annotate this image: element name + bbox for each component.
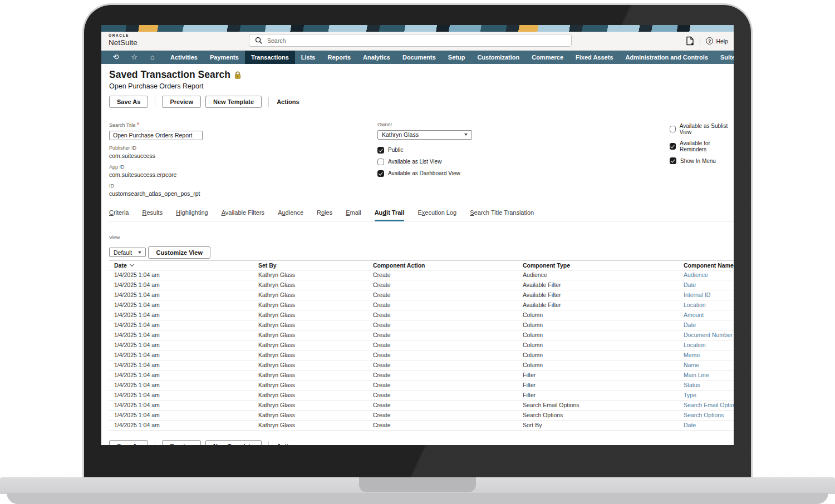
- cell-name[interactable]: Location: [679, 302, 734, 308]
- nav-item-commerce[interactable]: Commerce: [525, 51, 569, 64]
- cell-name[interactable]: Name: [679, 362, 734, 368]
- brand-oracle: ORACLE: [109, 34, 137, 38]
- tab-audience[interactable]: Audience: [278, 209, 303, 221]
- cell-name[interactable]: Date: [679, 281, 734, 288]
- cell-name[interactable]: Location: [679, 342, 734, 348]
- save-as-button[interactable]: Save As: [109, 440, 148, 446]
- nav-item-transactions[interactable]: Transactions: [245, 51, 295, 64]
- checkbox-row-available-as-sublist-view: Available as Sublist View: [670, 123, 734, 135]
- checkbox-show-in-menu[interactable]: [670, 157, 676, 164]
- tab-execution-log[interactable]: Execution Log: [418, 209, 456, 221]
- cell-name[interactable]: Search Email Options: [679, 402, 734, 408]
- tab-search-title-translation[interactable]: Search Title Translation: [470, 209, 534, 221]
- cell-set-by: Kathryn Glass: [253, 382, 368, 388]
- cell-date: 1/4/2025 1:04 am: [109, 281, 253, 288]
- cell-set-by: Kathryn Glass: [253, 412, 368, 418]
- netsuite-screen: ORACLE NetSuite ? Help: [101, 25, 734, 445]
- nav-item-analytics[interactable]: Analytics: [357, 51, 396, 64]
- nav-item-reports[interactable]: Reports: [321, 51, 357, 64]
- view-select[interactable]: Default: [109, 248, 146, 257]
- checkbox-available-as-dashboard-view[interactable]: [377, 170, 384, 177]
- column-header-component-name: Component Name: [679, 262, 734, 269]
- cell-name[interactable]: Main Line: [679, 372, 734, 378]
- right-checkbox-group: Available as Sublist ViewAvailable for R…: [670, 123, 734, 164]
- cell-action: Create: [368, 392, 518, 398]
- cell-name[interactable]: Amount: [679, 312, 734, 318]
- cell-name[interactable]: Internal ID: [679, 291, 734, 298]
- actions-divider: [268, 441, 269, 445]
- cell-name[interactable]: Type: [679, 392, 734, 398]
- checkbox-public[interactable]: [377, 147, 384, 154]
- home-icon[interactable]: ⌂: [146, 51, 159, 64]
- checkbox-available-as-sublist-view[interactable]: [670, 126, 676, 132]
- table-row: 1/4/2025 1:04 amKathryn GlassCreateAudie…: [109, 270, 734, 280]
- checkbox-label-available-as-dashboard-view: Available as Dashboard View: [388, 170, 460, 176]
- nav-item-activities[interactable]: Activities: [164, 51, 204, 64]
- nav-item-administration-and-controls[interactable]: Administration and Controls: [620, 51, 715, 64]
- global-search[interactable]: [249, 34, 572, 47]
- cell-name[interactable]: Status: [679, 382, 734, 388]
- cell-set-by: Kathryn Glass: [253, 422, 368, 428]
- tab-criteria[interactable]: Criteria: [109, 209, 129, 221]
- cell-action: Create: [368, 402, 518, 408]
- nav-item-payments[interactable]: Payments: [204, 51, 245, 64]
- cell-set-by: Kathryn Glass: [253, 362, 368, 368]
- page-title-text: Saved Transaction Search: [109, 69, 230, 81]
- nav-item-documents[interactable]: Documents: [396, 51, 442, 64]
- nav-item-setup[interactable]: Setup: [442, 51, 471, 64]
- tab-highlighting[interactable]: Highlighting: [176, 209, 208, 221]
- checkbox-available-as-list-view[interactable]: [377, 159, 384, 165]
- cell-name[interactable]: Document Number: [679, 332, 734, 338]
- search-title-input[interactable]: [109, 131, 203, 140]
- preview-button[interactable]: Preview: [162, 96, 201, 108]
- cell-name[interactable]: Date: [679, 322, 734, 328]
- table-row: 1/4/2025 1:04 amKathryn GlassCreateColum…: [109, 310, 734, 320]
- view-value: Default: [114, 249, 132, 256]
- owner-select[interactable]: Kathryn Glass: [377, 130, 472, 140]
- cell-type: Column: [518, 312, 679, 318]
- new-document-icon[interactable]: [686, 36, 694, 46]
- nav-item-lists[interactable]: Lists: [295, 51, 322, 64]
- customize-view-button[interactable]: Customize View: [148, 246, 210, 259]
- cell-name[interactable]: Search Options: [679, 412, 734, 418]
- cell-action: Create: [368, 291, 518, 298]
- history-icon[interactable]: ⟲: [109, 51, 122, 64]
- laptop-notch: [359, 477, 476, 492]
- owner-label: Owner: [377, 122, 670, 127]
- tab-results[interactable]: Results: [142, 209, 163, 221]
- table-row: 1/4/2025 1:04 amKathryn GlassCreateColum…: [109, 320, 734, 330]
- customize-view-wrap: Customize View: [148, 246, 210, 259]
- cell-type: Filter: [518, 392, 679, 398]
- nav-item-fixed-assets[interactable]: Fixed Assets: [569, 51, 619, 64]
- cell-name[interactable]: Audience: [679, 271, 734, 278]
- table-row: 1/4/2025 1:04 amKathryn GlassCreateSearc…: [109, 411, 734, 421]
- table-header-row: DateSet ByComponent ActionComponent Type…: [109, 260, 734, 270]
- save-as-button[interactable]: Save As: [109, 96, 148, 108]
- search-input[interactable]: [266, 37, 571, 45]
- checkbox-available-for-reminders[interactable]: [670, 143, 676, 150]
- cell-action: Create: [368, 271, 518, 278]
- actions-divider: [155, 441, 155, 445]
- tab-audit-trail[interactable]: Audit Trail: [375, 209, 405, 221]
- help-button[interactable]: ? Help: [706, 37, 728, 45]
- tab-roles[interactable]: Roles: [317, 209, 332, 221]
- actions-button[interactable]: Actions: [276, 96, 300, 107]
- cell-type: Filter: [518, 382, 679, 388]
- lock-icon: [234, 71, 241, 79]
- cell-date: 1/4/2025 1:04 am: [109, 312, 253, 318]
- column-header-set-by: Set By: [253, 262, 368, 269]
- star-icon[interactable]: ☆: [127, 51, 141, 64]
- cell-date: 1/4/2025 1:04 am: [109, 392, 253, 398]
- column-header-date[interactable]: Date: [109, 262, 253, 269]
- cell-name[interactable]: Memo: [679, 352, 734, 358]
- actions-button[interactable]: Actions: [276, 441, 300, 446]
- new-template-button[interactable]: New Template: [205, 96, 262, 108]
- tab-email[interactable]: Email: [346, 209, 361, 221]
- nav-item-customization[interactable]: Customization: [471, 51, 525, 64]
- new-template-button[interactable]: New Template: [205, 440, 262, 446]
- cell-action: Create: [368, 281, 518, 288]
- tab-available-filters[interactable]: Available Filters: [222, 209, 264, 221]
- cell-name[interactable]: Date: [679, 422, 734, 428]
- preview-button[interactable]: Preview: [162, 440, 201, 446]
- nav-item-suiteapps[interactable]: SuiteApps: [714, 51, 734, 64]
